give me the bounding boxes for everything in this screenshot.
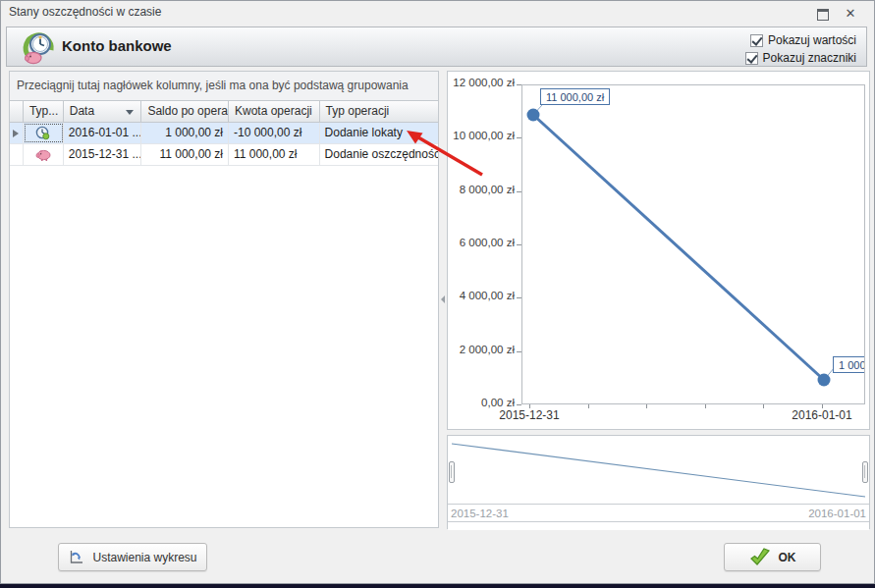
window-title: Stany oszczędności w czasie xyxy=(9,5,161,19)
row-date-cell[interactable]: 2015-12-31 ... xyxy=(64,144,142,165)
y-tick xyxy=(517,404,521,405)
savings-over-time-dialog: Stany oszczędności w czasie ✕ Konto bank… xyxy=(0,0,875,584)
checkbox-checked-icon xyxy=(750,34,763,47)
x-axis-tick-label: 2015-12-31 xyxy=(480,408,578,422)
column-header-data[interactable]: Data xyxy=(64,101,142,122)
header-panel: Konto bankowe Pokazuj wartości Pokazuj z… xyxy=(6,27,867,67)
grid-header-row: Typ... Data Saldo po operacji Kwota oper… xyxy=(10,100,438,123)
x-tick xyxy=(588,404,589,408)
range-series-line xyxy=(448,436,869,504)
row-amount-cell[interactable]: -10 000,00 zł xyxy=(229,123,320,143)
collapse-left-icon xyxy=(441,295,445,303)
y-axis-tick-label: 2 000,00 zł xyxy=(448,344,515,355)
x-tick xyxy=(705,404,706,408)
y-axis-tick-label: 6 000,00 zł xyxy=(448,237,515,248)
row-balance-cell[interactable]: 11 000,00 zł xyxy=(141,144,229,165)
chart-settings-icon xyxy=(68,549,84,565)
chart-settings-label: Ustawienia wykresu xyxy=(92,551,196,564)
range-handle-left[interactable] xyxy=(449,461,455,483)
row-operation-cell[interactable]: Dodanie lokaty xyxy=(320,123,438,143)
data-point-marker xyxy=(527,109,540,122)
deposit-clock-icon xyxy=(35,126,50,140)
y-axis-tick-label: 12 000,00 zł xyxy=(448,77,515,88)
piggy-bank-icon xyxy=(35,148,51,161)
row-balance-cell[interactable]: 1 000,00 zł xyxy=(141,123,229,143)
row-operation-cell[interactable]: Dodanie oszczędności xyxy=(320,144,438,165)
data-point-marker xyxy=(818,374,831,387)
panel-splitter[interactable] xyxy=(439,71,447,528)
row-type-cell[interactable] xyxy=(24,123,64,143)
range-end-label: 2016-01-01 xyxy=(808,505,866,522)
ok-button[interactable]: OK xyxy=(724,543,821,571)
x-axis-tick-label: 2016-01-01 xyxy=(773,408,871,422)
row-date-cell[interactable]: 2016-01-01 ... xyxy=(64,123,142,143)
point-value-label: 11 000,00 zł xyxy=(540,88,610,105)
x-tick xyxy=(763,404,764,408)
close-icon: ✕ xyxy=(846,6,856,21)
balance-chart: 12 000,00 zł 10 000,00 zł 8 000,00 zł 6 … xyxy=(447,71,870,430)
y-axis-tick-label: 4 000,00 zł xyxy=(448,290,515,301)
column-header-typ[interactable]: Typ... xyxy=(24,101,64,122)
range-handle-right[interactable] xyxy=(862,461,868,483)
range-date-strip: 2015-12-31 2016-01-01 xyxy=(448,504,869,522)
row-indicator xyxy=(10,123,24,143)
row-amount-cell[interactable]: 11 000,00 zł xyxy=(229,144,320,165)
current-row-arrow-icon xyxy=(13,130,19,137)
sort-desc-icon xyxy=(126,110,134,115)
show-markers-checkbox[interactable]: Pokazuj znaczniki xyxy=(745,50,856,66)
point-value-label: 1 000,00 zł xyxy=(833,356,865,373)
checkbox-checked-icon xyxy=(745,52,758,65)
y-axis-tick-label: 10 000,00 zł xyxy=(448,130,515,141)
operations-grid: Przeciągnij tutaj nagłówek kolumny, jeśl… xyxy=(9,71,439,528)
y-axis-tick-label: 0,00 zł xyxy=(448,397,515,408)
row-indicator xyxy=(10,144,24,165)
close-button[interactable]: ✕ xyxy=(843,7,858,21)
y-axis-tick-label: 8 000,00 zł xyxy=(448,184,515,195)
ok-check-icon xyxy=(749,548,771,566)
column-header-kwota[interactable]: Kwota operacji xyxy=(229,101,320,122)
chart-settings-button[interactable]: Ustawienia wykresu xyxy=(58,543,207,571)
column-header-saldo[interactable]: Saldo po operacji xyxy=(141,101,229,122)
range-scrollbar[interactable] xyxy=(448,522,869,530)
account-title: Konto bankowe xyxy=(62,37,172,54)
ok-label: OK xyxy=(779,551,796,564)
show-values-label: Pokazuj wartości xyxy=(768,33,856,47)
dialog-screen: Stany oszczędności w czasie ✕ Konto bank… xyxy=(0,0,875,588)
row-type-cell[interactable] xyxy=(24,144,64,165)
column-header-typ-operacji[interactable]: Typ operacji xyxy=(320,101,438,122)
titlebar[interactable]: Stany oszczędności w czasie ✕ xyxy=(1,1,874,25)
series-line xyxy=(522,85,865,404)
account-history-icon xyxy=(21,29,58,67)
range-start-label: 2015-12-31 xyxy=(451,505,509,522)
chart-plot-area: 11 000,00 zł 1 000,00 zł xyxy=(521,84,865,404)
table-row[interactable]: 2016-01-01 ... 1 000,00 zł -10 000,00 zł… xyxy=(10,123,438,144)
group-by-panel[interactable]: Przeciągnij tutaj nagłówek kolumny, jeśl… xyxy=(10,72,438,100)
show-values-checkbox[interactable]: Pokazuj wartości xyxy=(750,32,856,48)
restore-icon xyxy=(817,9,829,21)
restore-button[interactable] xyxy=(815,7,831,21)
show-markers-label: Pokazuj znaczniki xyxy=(763,51,856,65)
header-indicator-cell xyxy=(10,101,24,122)
table-row[interactable]: 2015-12-31 ... 11 000,00 zł 11 000,00 zł… xyxy=(10,144,438,166)
x-tick xyxy=(646,404,647,408)
range-selector-chart[interactable]: 2015-12-31 2016-01-01 xyxy=(447,435,870,529)
